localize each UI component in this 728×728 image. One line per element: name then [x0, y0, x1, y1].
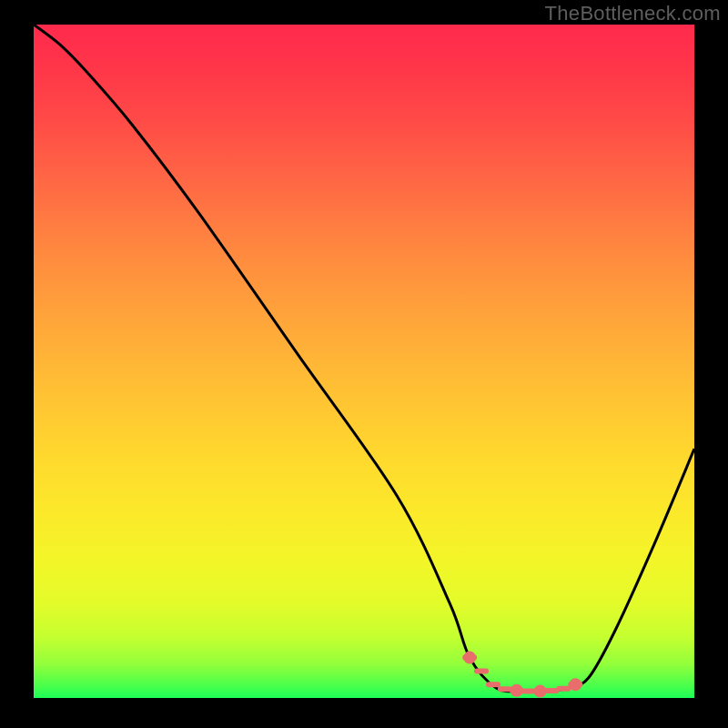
bottleneck-curve: [34, 25, 694, 692]
flat-marker-dot: [571, 681, 580, 689]
flat-marker-dot: [536, 687, 544, 695]
chart-frame: TheBottleneck.com: [0, 0, 728, 728]
plot-area: [34, 25, 694, 698]
flat-marker-dot: [466, 653, 474, 662]
watermark-label: TheBottleneck.com: [545, 2, 721, 25]
curve-layer: [34, 25, 694, 698]
flat-marker-dot: [512, 686, 521, 694]
